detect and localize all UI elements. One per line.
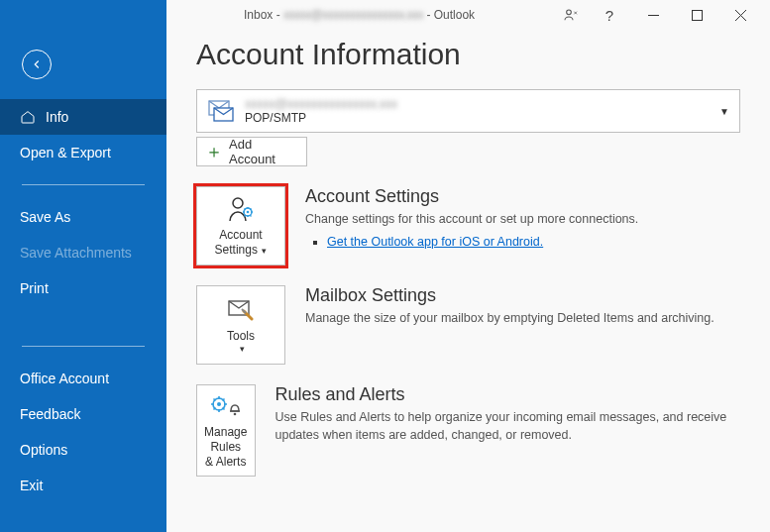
- section-description: Change settings for this account or set …: [305, 211, 638, 229]
- page-title: Account Information: [196, 38, 740, 71]
- help-button[interactable]: ?: [588, 1, 631, 29]
- sidebar-item-label: Feedback: [20, 406, 80, 422]
- minimize-button[interactable]: [631, 1, 675, 29]
- coming-soon-button[interactable]: [554, 1, 588, 29]
- svg-rect-2: [692, 10, 702, 20]
- button-label-line2: & Alerts: [205, 455, 246, 470]
- close-icon: [735, 10, 746, 21]
- sidebar-item-label: Save Attachments: [20, 245, 132, 261]
- sidebar-item-label: Print: [20, 280, 49, 296]
- person-icon: [563, 7, 579, 23]
- section-description: Use Rules and Alerts to help organize yo…: [275, 409, 741, 444]
- close-button[interactable]: [718, 1, 762, 29]
- chevron-down-icon: ▾: [260, 246, 268, 256]
- sidebar-item-info[interactable]: Info: [0, 99, 166, 135]
- separator: [22, 184, 145, 185]
- chevron-down-icon: ▾: [240, 344, 245, 355]
- rules-alerts-section: Rules and Alerts Use Rules and Alerts to…: [275, 384, 741, 444]
- title-suffix: - Outlook: [423, 8, 475, 22]
- maximize-icon: [692, 10, 703, 21]
- add-account-button[interactable]: ＋ Add Account: [196, 137, 307, 166]
- sidebar-item-label: Info: [46, 109, 68, 125]
- title-prefix: Inbox -: [244, 8, 283, 22]
- svg-point-7: [233, 198, 243, 208]
- account-settings-section: Account Settings Change settings for thi…: [305, 186, 638, 249]
- add-account-label: Add Account: [229, 137, 298, 166]
- title-email-obscured: xxxxx@xxxxxxxxxxxxxxx.xxx: [283, 8, 423, 22]
- sidebar-item-label: Office Account: [20, 371, 109, 386]
- outlook-app-link[interactable]: Get the Outlook app for iOS or Android.: [327, 235, 543, 249]
- titlebar: Inbox - xxxxx@xxxxxxxxxxxxxxx.xxx - Outl…: [166, 0, 770, 30]
- button-label-line1: Manage Rules: [201, 425, 251, 455]
- account-type: POP/SMTP: [245, 112, 397, 125]
- sidebar-item-print[interactable]: Print: [0, 270, 166, 306]
- section-heading: Account Settings: [305, 186, 638, 207]
- section-description: Manage the size of your mailbox by empty…: [305, 310, 715, 328]
- section-heading: Rules and Alerts: [275, 384, 741, 405]
- sidebar-item-save-attachments: Save Attachments: [0, 235, 166, 270]
- minimize-icon: [648, 10, 659, 21]
- account-selector[interactable]: xxxxx@xxxxxxxxxxxxxxx.xxx POP/SMTP ▼: [196, 89, 740, 133]
- sidebar-item-label: Options: [20, 442, 67, 458]
- svg-point-13: [233, 413, 236, 416]
- envelope-icon: [207, 97, 235, 125]
- account-email-obscured: xxxxx@xxxxxxxxxxxxxxx.xxx: [245, 97, 397, 111]
- backstage-sidebar: Info Open & Export Save As Save Attachme…: [0, 0, 166, 532]
- button-label-line1: Account: [219, 228, 262, 243]
- sidebar-item-options[interactable]: Options: [0, 432, 166, 468]
- svg-point-12: [217, 402, 221, 406]
- separator: [22, 346, 145, 347]
- person-gear-icon: [226, 194, 256, 224]
- manage-rules-alerts-button[interactable]: Manage Rules & Alerts: [196, 384, 256, 477]
- account-settings-button[interactable]: Account Settings ▾: [196, 186, 285, 266]
- section-heading: Mailbox Settings: [305, 285, 715, 306]
- maximize-button[interactable]: [675, 1, 718, 29]
- back-button[interactable]: [22, 50, 52, 79]
- info-icon: [20, 109, 36, 125]
- sidebar-item-label: Open & Export: [20, 145, 111, 160]
- question-icon: ?: [605, 7, 613, 24]
- sidebar-item-feedback[interactable]: Feedback: [0, 396, 166, 432]
- tools-button[interactable]: Tools ▾: [196, 285, 285, 365]
- chevron-down-icon: ▼: [719, 106, 729, 117]
- mailbox-settings-section: Mailbox Settings Manage the size of your…: [305, 285, 715, 328]
- mailbox-tools-icon: [226, 295, 256, 325]
- sidebar-item-office-account[interactable]: Office Account: [0, 361, 166, 396]
- sidebar-item-open-export[interactable]: Open & Export: [0, 135, 166, 170]
- sidebar-item-exit[interactable]: Exit: [0, 468, 166, 503]
- sidebar-item-save-as[interactable]: Save As: [0, 199, 166, 235]
- svg-point-9: [247, 211, 250, 214]
- svg-point-0: [567, 10, 572, 15]
- main-area: Inbox - xxxxx@xxxxxxxxxxxxxxx.xxx - Outl…: [166, 0, 770, 532]
- window: Info Open & Export Save As Save Attachme…: [0, 0, 770, 532]
- button-label-line2: Settings: [215, 243, 258, 257]
- arrow-left-icon: [30, 57, 44, 71]
- window-title: Inbox - xxxxx@xxxxxxxxxxxxxxx.xxx - Outl…: [244, 8, 475, 22]
- content: Account Information xxxxx@xxxxxxxxxxxxxx…: [166, 30, 770, 496]
- rules-alerts-icon: [210, 391, 242, 421]
- sidebar-item-label: Save As: [20, 209, 70, 225]
- button-label: Tools: [227, 329, 255, 344]
- sidebar-item-label: Exit: [20, 478, 43, 493]
